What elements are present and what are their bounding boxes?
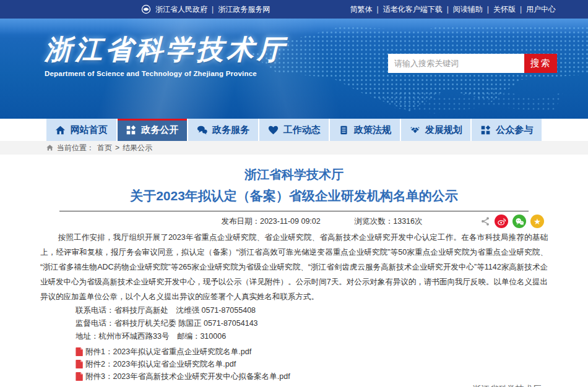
article-paragraph: 按照工作安排，我厅组织开展了2023年省重点企业研究院、省企业研究院、省高新技术… [40, 230, 548, 304]
breadcrumb-home-icon [46, 144, 54, 151]
breadcrumb-prefix: 当前位置： [57, 143, 94, 153]
nav-item-label: 公众参与 [496, 124, 533, 136]
view-count: 浏览次数：13316次 [355, 216, 423, 227]
nav-item-gov-info-disclosure[interactable]: 政务公开 [118, 119, 189, 141]
nav-item-label: 工作动态 [283, 124, 321, 136]
topbar-gov-links: 浙江省人民政府 | 浙江政务服务网 [141, 0, 270, 19]
pdf-file-icon [76, 360, 84, 368]
attachment-name: 附件3：2023年省高新技术企业研究开发中心拟备案名单.pdf [85, 370, 290, 383]
attachment-link-1[interactable]: 附件1：2023年拟认定省重点企业研究院名单.pdf [76, 346, 548, 358]
handshake-icon [410, 125, 420, 135]
attachment-name: 附件2：2023年拟认定省企业研究院名单.pdf [85, 358, 236, 370]
link-zhejiang-service[interactable]: 浙江政务服务网 [218, 4, 270, 15]
share-weibo-icon[interactable] [495, 215, 508, 228]
site-title-en: Department of Science and Technology of … [45, 70, 287, 77]
pdf-file-icon [76, 347, 84, 356]
search-input[interactable] [388, 54, 524, 73]
breadcrumb-separator: > [115, 143, 119, 152]
grid-diamond-icon [126, 125, 136, 135]
article-title-line1: 浙江省科学技术厅 [40, 167, 548, 182]
attachment-link-2[interactable]: 附件2：2023年拟认定省企业研究院名单.pdf [76, 358, 548, 370]
share-buttons: ★ [480, 215, 544, 228]
grid-diamond-icon [480, 125, 491, 135]
link-elderly-client-download[interactable]: 适老化客户端下载 [383, 4, 443, 15]
heart-icon [268, 125, 279, 135]
link-zhejiang-gov[interactable]: 浙江省人民政府 [155, 4, 207, 15]
main-nav-inner: 网站首页 政务公开 政务服务 工作动态 政策法规 发展规划 公众参与 [46, 119, 542, 141]
site-title-cn: 浙江省科学技术厅 [45, 35, 287, 64]
nav-item-public-participation[interactable]: 公众参与 [472, 119, 542, 141]
nav-item-development-planning[interactable]: 发展规划 [401, 119, 472, 141]
topbar-separator: | [377, 5, 379, 14]
attachment-name: 附件1：2023年拟认定省重点企业研究院名单.pdf [85, 346, 251, 358]
publish-date: 发布日期：2023-11-09 09:02 [221, 216, 320, 227]
breadcrumb: 当前位置： 首页 > 结果公示 [0, 141, 588, 155]
link-reading-assist[interactable]: 阅读辅助 [453, 4, 483, 15]
supervision-phone-line: 监督电话：省科技厅机关纪委 陈国正 0571-87054143 [76, 317, 548, 330]
breadcrumb-current: 结果公示 [123, 143, 152, 153]
nav-item-label: 政策法规 [354, 124, 391, 136]
article-title-line2: 关于2023年拟认定（备案）省级企业研发机构名单的公示 [40, 188, 548, 204]
chat-bubbles-icon [197, 125, 207, 135]
topbar-user-links: 简繁体 | 适老化客户端下载 | 阅读辅助 | 关怀版 | 用户中心 [350, 0, 556, 19]
top-utility-bar: 浙江省人民政府 | 浙江政务服务网 简繁体 | 适老化客户端下载 | 阅读辅助 … [0, 0, 588, 19]
article-meta-center: 发布日期：2023-11-09 09:02 浏览次数：13316次 [221, 216, 422, 227]
nav-item-label: 网站首页 [71, 124, 108, 136]
topbar-separator: | [520, 5, 522, 14]
link-user-center[interactable]: 用户中心 [526, 4, 556, 15]
title-divider [59, 211, 529, 211]
share-wechat-icon[interactable] [512, 215, 526, 228]
link-care-version[interactable]: 关怀版 [493, 4, 516, 15]
nav-item-work-news[interactable]: 工作动态 [259, 119, 331, 141]
breadcrumb-home-link[interactable]: 首页 [97, 143, 112, 153]
share-qzone-icon[interactable]: ★ [530, 215, 544, 228]
article-signature: 浙江省科学技术厅 [40, 383, 548, 387]
contact-phone-line: 联系电话：省科技厅高新处 沈维强 0571-87055408 [76, 304, 548, 317]
topbar-separator: | [212, 5, 214, 14]
attachment-link-3[interactable]: 附件3：2023年省高新技术企业研究开发中心拟备案名单.pdf [76, 370, 548, 383]
star-glyph: ★ [534, 218, 541, 226]
main-nav: 网站首页 政务公开 政务服务 工作动态 政策法规 发展规划 公众参与 [0, 119, 588, 141]
nav-item-gov-services[interactable]: 政务服务 [188, 119, 259, 141]
site-search: 搜索 [388, 54, 557, 73]
nav-item-label: 发展规划 [425, 124, 462, 136]
pdf-file-icon [76, 372, 84, 381]
article-content: 浙江省科学技术厅 关于2023年拟认定（备案）省级企业研发机构名单的公示 发布日… [40, 155, 548, 387]
document-icon [339, 125, 349, 135]
zhejiang-gov-logo-icon [141, 4, 151, 14]
contact-info: 联系电话：省科技厅高新处 沈维强 0571-87055408 监督电话：省科技厅… [40, 304, 548, 343]
attachment-list: 附件1：2023年拟认定省重点企业研究院名单.pdf 附件2：2023年拟认定省… [40, 346, 548, 383]
nav-item-home[interactable]: 网站首页 [46, 119, 118, 141]
share-icon[interactable] [480, 216, 490, 226]
address-line: 地址：杭州市环城西路33号 邮编：310006 [76, 330, 548, 343]
link-simplified-traditional[interactable]: 简繁体 [350, 4, 373, 15]
header-banner: 浙江省科学技术厅 Department of Science and Techn… [0, 19, 588, 119]
nav-item-label: 政务服务 [212, 124, 249, 136]
home-icon [55, 125, 66, 135]
nav-item-policies-regulations[interactable]: 政策法规 [330, 119, 401, 141]
topbar-separator: | [447, 5, 449, 14]
search-button[interactable]: 搜索 [524, 54, 557, 73]
topbar-separator: | [487, 5, 489, 14]
site-logo[interactable]: 浙江省科学技术厅 Department of Science and Techn… [45, 35, 287, 77]
nav-item-label: 政务公开 [141, 124, 178, 136]
article-meta-row: 发布日期：2023-11-09 09:02 浏览次数：13316次 ★ [40, 214, 548, 229]
